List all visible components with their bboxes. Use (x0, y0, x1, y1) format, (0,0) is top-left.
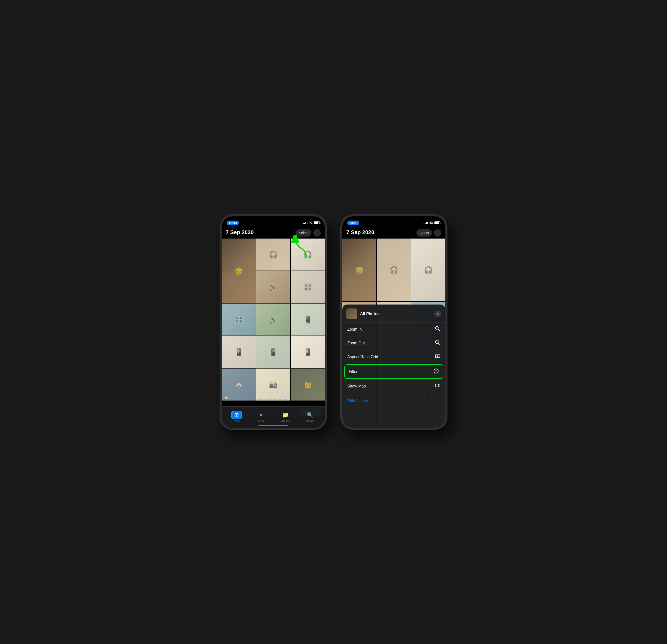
photo-icon-9: 📱 (234, 348, 243, 356)
signal-bars-right (424, 221, 428, 224)
context-thumb (346, 308, 357, 319)
status-time-right: 13:03 (347, 221, 359, 225)
caption-text: Enjoying the play area on the farm (257, 398, 289, 400)
menu-item-aspect-ratio[interactable]: Aspect Ratio Grid (342, 350, 445, 364)
left-phone-screen: 13:03 4G 7 Sep 2020 (222, 216, 325, 428)
nav-search[interactable]: 🔍 Search (298, 411, 322, 422)
photo-icon-3: 🎧 (304, 251, 312, 259)
grid-cell-5[interactable]: 🎛️ (291, 271, 325, 303)
menu-divider (342, 394, 445, 395)
photo-icon-13: 📸 (269, 381, 278, 389)
nav-library[interactable]: ⊞ Library (224, 411, 249, 422)
signal-bar-4 (307, 222, 307, 224)
r-cell-1[interactable]: 👴 (342, 239, 376, 301)
search-nav-icon: 🔍 (307, 412, 313, 418)
grid-cell-1[interactable]: 👴 (222, 239, 256, 303)
r-signal-bar-4 (427, 222, 428, 224)
grid-cell-9[interactable]: 📱 (222, 336, 256, 368)
menu-item-edit-actions[interactable]: Edit Actions... (342, 396, 445, 407)
date-header-right: 7 Sep 2020 (346, 229, 374, 236)
context-menu-header: All Photos × (342, 305, 445, 322)
menu-item-zoom-in[interactable]: Zoom In (342, 322, 445, 336)
signal-bar-2 (304, 223, 305, 224)
battery-fill-left (314, 222, 318, 224)
more-button-left[interactable]: ··· (313, 229, 321, 237)
right-phone: 13:03 4G 7 Sep 2020 (341, 215, 447, 429)
photo-icon-8: 📱 (304, 316, 312, 324)
photo-icon-4: 🔊 (269, 283, 278, 291)
home-indicator-left (258, 425, 288, 426)
photo-icon-1: 👴 (234, 267, 243, 275)
grid-cell-11[interactable]: 📱 (291, 336, 325, 368)
for-you-label: For You (257, 420, 265, 422)
photo-icon-14: 👶 (304, 381, 312, 389)
battery-right (435, 221, 440, 224)
signal-type-right: 4G (429, 221, 433, 225)
photo-icon-5: 🎛️ (304, 283, 312, 291)
photo-icon-12: 🏠 (234, 381, 243, 389)
signal-bar-1 (303, 223, 304, 224)
photo-area-right: 7 Sep 2020 Select ··· 👴 🎧 🎧 (342, 227, 445, 428)
notch (255, 216, 292, 223)
r-cell-2[interactable]: 🎧 (377, 239, 411, 301)
left-phone: 13:03 4G 7 Sep 2020 (220, 215, 326, 429)
for-you-icon: ♥ (259, 412, 263, 418)
grid-cell-2[interactable]: 🎧 (256, 239, 290, 271)
photo-icon-7: 🔊 (269, 316, 278, 324)
status-right-left: 4G (303, 221, 320, 225)
show-map-icon (435, 383, 440, 389)
filter-icon (434, 368, 439, 375)
menu-item-filter[interactable]: Filter (344, 364, 443, 379)
bottom-nav-left: ⊞ Library ♥ For You 📁 Albu (222, 408, 325, 428)
grid-cell-14[interactable]: 👶 (291, 369, 325, 401)
grid-cell-6[interactable]: 🎛️ (222, 304, 256, 336)
photo-icon-11: 📱 (304, 348, 312, 356)
photo-grid-left: 👴 🎧 🎧 🔊 🎛️ 🎛️ (222, 239, 325, 401)
top-buttons-left[interactable]: Select ··· (296, 229, 321, 237)
right-phone-screen: 13:03 4G 7 Sep 2020 (342, 216, 445, 428)
library-icon: ⊞ (234, 412, 239, 418)
grid-cell-4[interactable]: 🔊 (256, 271, 290, 303)
r-cell-3[interactable]: 🎧 (411, 239, 445, 301)
grid-cell-10[interactable]: 📱 (256, 336, 290, 368)
grid-cell-8[interactable]: 📱 (291, 304, 325, 336)
select-button-right[interactable]: Select (417, 229, 432, 237)
duration-badge: 0:10 (223, 397, 228, 400)
context-menu-title: All Photos (360, 312, 432, 316)
nav-for-you[interactable]: ♥ For You (249, 411, 274, 422)
photo-area-left: 7 Sep 2020 Select ··· (222, 227, 325, 428)
search-icon-wrap: 🔍 (305, 411, 315, 419)
svg-line-7 (439, 343, 440, 345)
scene: 13:03 4G 7 Sep 2020 (210, 205, 457, 439)
signal-type-left: 4G (309, 221, 313, 225)
svg-point-10 (437, 356, 438, 357)
battery-fill-right (435, 222, 439, 224)
library-icon-wrap: ⊞ (231, 411, 242, 419)
status-time-left: 13:03 (227, 221, 239, 225)
photo-icon-2: 🎧 (269, 251, 278, 259)
signal-bar-3 (306, 222, 306, 224)
albums-label: Albums (281, 420, 290, 422)
grid-cell-13[interactable]: 📸 Enjoying the play area on the farm (256, 369, 290, 401)
more-button-right[interactable]: ··· (434, 229, 441, 237)
menu-item-zoom-out[interactable]: Zoom Out (342, 336, 445, 350)
status-right-right: 4G (424, 221, 440, 225)
r-signal-bar-2 (425, 223, 425, 224)
grid-cell-7[interactable]: 🔊 (256, 304, 290, 336)
r-signal-bar-1 (424, 223, 424, 224)
aspect-ratio-label: Aspect Ratio Grid (347, 355, 378, 359)
zoom-out-label: Zoom Out (347, 341, 365, 345)
context-close-button[interactable]: × (435, 310, 441, 317)
notch-right (375, 216, 412, 223)
show-map-label: Show Map (347, 384, 366, 388)
photo-icon-6: 🎛️ (234, 316, 243, 324)
r-signal-bar-3 (426, 222, 427, 224)
menu-item-show-map[interactable]: Show Map (342, 380, 445, 393)
library-label: Library (232, 420, 240, 422)
grid-cell-3[interactable]: 🎧 (291, 239, 325, 271)
nav-albums[interactable]: 📁 Albums (273, 411, 298, 422)
top-buttons-right[interactable]: Select ··· (417, 229, 441, 237)
select-button-left[interactable]: Select (296, 229, 311, 237)
albums-icon-wrap: 📁 (280, 411, 291, 419)
grid-cell-12[interactable]: 🏠 0:10 (222, 369, 256, 401)
